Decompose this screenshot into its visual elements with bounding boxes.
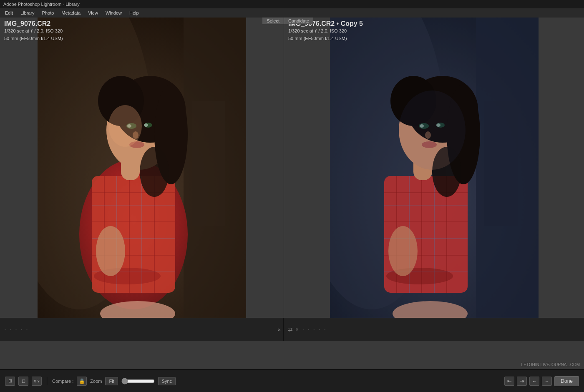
lock-btn[interactable]: 🔒 [77, 377, 87, 386]
left-photo-meta2: 50 mm (EF50mm f/1.4 USM) [4, 35, 63, 43]
scroll-dot: · [4, 325, 6, 334]
separator-1 [47, 377, 47, 385]
left-photo-info: IMG_9076.CR2 1/320 sec at ƒ / 2.0, ISO 3… [4, 20, 63, 42]
flag-left-btn[interactable]: ⇤ [504, 377, 514, 386]
left-panel: Select IMG_9076.CR2 1/320 sec at ƒ / 2.0… [0, 18, 284, 318]
compare-label: Compare : [52, 379, 73, 384]
menu-metadata[interactable]: Metadata [58, 10, 84, 16]
filmstrip-left-area: · · · · · × [0, 318, 284, 341]
title-text: Adobe Photoshop Lightroom - Library [3, 2, 80, 7]
sync-btn[interactable]: Sync [158, 377, 176, 385]
svg-point-28 [144, 123, 148, 127]
right-photo-svg [330, 18, 539, 318]
title-bar: Adobe Photoshop Lightroom - Library [0, 0, 584, 8]
grid-view-btn[interactable]: ⊞ [5, 377, 15, 386]
fit-btn[interactable]: Fit [105, 377, 118, 385]
filmstrip-left-close[interactable]: × [277, 327, 281, 333]
scroll-dot: · [318, 325, 320, 334]
menu-view[interactable]: View [85, 10, 101, 16]
right-photo-meta1: 1/320 sec at ƒ / 2.0, ISO 320 [288, 28, 363, 35]
select-badge: Select [262, 18, 284, 24]
menu-window[interactable]: Window [102, 10, 125, 16]
right-image-container[interactable] [284, 18, 584, 318]
scroll-dot: · [10, 325, 12, 334]
scroll-dot: · [15, 325, 17, 334]
toolbar-right: ⇤ ⇥ ← → Done [504, 376, 579, 386]
scroll-dot: · [307, 325, 310, 334]
left-image-container[interactable] [0, 18, 284, 318]
compare-area: Select IMG_9076.CR2 1/320 sec at ƒ / 2.0… [0, 18, 584, 318]
watermark: LETOHIN.LIVEJOURNAL.COM [521, 362, 580, 367]
svg-point-23 [140, 147, 169, 197]
menu-library[interactable]: Library [17, 10, 38, 16]
flag-right-btn[interactable]: ⇥ [517, 377, 527, 386]
zoom-slider[interactable] [121, 378, 155, 384]
svg-rect-3 [192, 101, 225, 226]
loupe-view-btn[interactable]: ◻ [18, 377, 28, 386]
close-icon: × [295, 326, 299, 333]
svg-point-18 [96, 226, 125, 276]
menu-photo[interactable]: Photo [39, 10, 58, 16]
left-photo-svg [38, 18, 246, 318]
zoom-label: Zoom [90, 379, 102, 384]
scroll-dot: · [26, 325, 28, 334]
menu-edit[interactable]: Edit [2, 10, 16, 16]
right-photo-meta2: 50 mm (EF50mm f/1.4 USM) [288, 35, 363, 43]
left-photo-meta1: 1/320 sec at ƒ / 2.0, ISO 320 [4, 28, 63, 35]
svg-point-51 [388, 226, 418, 276]
swap-icon: ⇄ [288, 326, 293, 333]
filmstrips-row: · · · · · × ⇄ × · · · · · [0, 318, 584, 341]
scroll-dot: · [20, 325, 23, 334]
scroll-dot: · [302, 325, 304, 334]
candidate-badge: Candidate [284, 18, 313, 24]
svg-point-64 [399, 90, 466, 170]
right-panel: Candidate IMG_9076.CR2 • Copy 5 1/320 se… [284, 18, 584, 318]
scroll-dot: · [313, 325, 315, 334]
menu-bar: Edit Library Photo Metadata View Window … [0, 8, 584, 18]
left-photo-name: IMG_9076.CR2 [4, 20, 63, 28]
xy-view-btn[interactable]: X Y [32, 377, 42, 386]
scroll-dot: · [324, 325, 326, 334]
nav-left-btn[interactable]: ← [529, 377, 539, 386]
bottom-toolbar: ⊞ ◻ X Y Compare : 🔒 Zoom Fit Sync ⇤ ⇥ ← … [0, 369, 584, 392]
svg-point-31 [108, 105, 142, 147]
menu-help[interactable]: Help [126, 10, 142, 16]
nav-right-btn[interactable]: → [542, 377, 552, 386]
done-btn[interactable]: Done [554, 376, 579, 386]
filmstrip-right-area: ⇄ × · · · · · [284, 318, 584, 341]
